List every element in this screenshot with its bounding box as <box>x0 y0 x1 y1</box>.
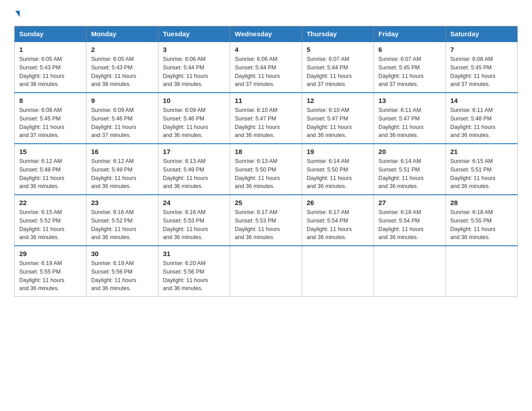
col-header-sunday: Sunday <box>15 26 86 42</box>
day-cell <box>302 246 373 297</box>
day-info: Sunrise: 6:10 AMSunset: 5:47 PMDaylight:… <box>307 106 369 140</box>
day-cell: 29Sunrise: 6:19 AMSunset: 5:55 PMDayligh… <box>15 246 86 297</box>
col-header-tuesday: Tuesday <box>158 26 230 42</box>
calendar-table: SundayMondayTuesdayWednesdayThursdayFrid… <box>14 26 518 297</box>
col-header-wednesday: Wednesday <box>230 26 302 42</box>
day-info: Sunrise: 6:06 AMSunset: 5:44 PMDaylight:… <box>163 55 225 89</box>
day-cell: 1Sunrise: 6:05 AMSunset: 5:43 PMDaylight… <box>15 42 86 93</box>
day-info: Sunrise: 6:11 AMSunset: 5:47 PMDaylight:… <box>378 106 441 140</box>
day-cell: 30Sunrise: 6:19 AMSunset: 5:56 PMDayligh… <box>86 246 158 297</box>
day-number: 14 <box>450 97 513 104</box>
day-cell: 31Sunrise: 6:20 AMSunset: 5:56 PMDayligh… <box>158 246 230 297</box>
day-info: Sunrise: 6:16 AMSunset: 5:52 PMDaylight:… <box>91 208 153 242</box>
day-info: Sunrise: 6:16 AMSunset: 5:53 PMDaylight:… <box>163 208 225 242</box>
day-info: Sunrise: 6:13 AMSunset: 5:49 PMDaylight:… <box>163 157 225 191</box>
col-header-friday: Friday <box>374 26 446 42</box>
day-cell: 19Sunrise: 6:14 AMSunset: 5:50 PMDayligh… <box>302 144 373 195</box>
day-cell: 4Sunrise: 6:06 AMSunset: 5:44 PMDaylight… <box>230 42 302 93</box>
day-cell <box>230 246 302 297</box>
day-number: 2 <box>91 46 153 53</box>
col-header-saturday: Saturday <box>446 26 517 42</box>
day-info: Sunrise: 6:05 AMSunset: 5:43 PMDaylight:… <box>19 55 82 89</box>
day-number: 1 <box>19 46 82 53</box>
day-cell: 28Sunrise: 6:18 AMSunset: 5:55 PMDayligh… <box>446 195 517 246</box>
day-cell: 18Sunrise: 6:13 AMSunset: 5:50 PMDayligh… <box>230 144 302 195</box>
day-info: Sunrise: 6:18 AMSunset: 5:55 PMDaylight:… <box>450 208 513 242</box>
day-cell: 23Sunrise: 6:16 AMSunset: 5:52 PMDayligh… <box>86 195 158 246</box>
logo <box>14 11 20 18</box>
day-cell: 27Sunrise: 6:18 AMSunset: 5:54 PMDayligh… <box>374 195 446 246</box>
day-number: 12 <box>307 97 369 104</box>
day-info: Sunrise: 6:15 AMSunset: 5:51 PMDaylight:… <box>450 157 513 191</box>
day-number: 23 <box>91 199 153 206</box>
day-cell: 7Sunrise: 6:08 AMSunset: 5:45 PMDaylight… <box>446 42 517 93</box>
day-number: 21 <box>450 148 513 155</box>
day-number: 16 <box>91 148 153 155</box>
day-number: 27 <box>378 199 441 206</box>
day-cell: 2Sunrise: 6:05 AMSunset: 5:43 PMDaylight… <box>86 42 158 93</box>
day-number: 5 <box>307 46 369 53</box>
day-info: Sunrise: 6:18 AMSunset: 5:54 PMDaylight:… <box>378 208 441 242</box>
day-info: Sunrise: 6:07 AMSunset: 5:44 PMDaylight:… <box>307 55 369 89</box>
day-info: Sunrise: 6:19 AMSunset: 5:56 PMDaylight:… <box>91 259 153 293</box>
week-row-4: 22Sunrise: 6:15 AMSunset: 5:52 PMDayligh… <box>15 195 518 246</box>
day-info: Sunrise: 6:08 AMSunset: 5:45 PMDaylight:… <box>19 106 82 140</box>
day-cell: 12Sunrise: 6:10 AMSunset: 5:47 PMDayligh… <box>302 93 373 144</box>
day-number: 29 <box>19 250 82 257</box>
week-row-3: 15Sunrise: 6:12 AMSunset: 5:48 PMDayligh… <box>15 144 518 195</box>
day-number: 10 <box>163 97 225 104</box>
week-row-5: 29Sunrise: 6:19 AMSunset: 5:55 PMDayligh… <box>15 246 518 297</box>
day-cell: 17Sunrise: 6:13 AMSunset: 5:49 PMDayligh… <box>158 144 230 195</box>
day-info: Sunrise: 6:17 AMSunset: 5:54 PMDaylight:… <box>307 208 369 242</box>
day-info: Sunrise: 6:14 AMSunset: 5:50 PMDaylight:… <box>307 157 369 191</box>
day-cell: 21Sunrise: 6:15 AMSunset: 5:51 PMDayligh… <box>446 144 517 195</box>
day-number: 17 <box>163 148 225 155</box>
day-info: Sunrise: 6:17 AMSunset: 5:53 PMDaylight:… <box>235 208 297 242</box>
day-cell: 15Sunrise: 6:12 AMSunset: 5:48 PMDayligh… <box>15 144 86 195</box>
day-info: Sunrise: 6:11 AMSunset: 5:48 PMDaylight:… <box>450 106 513 140</box>
day-number: 7 <box>450 46 513 53</box>
day-cell: 22Sunrise: 6:15 AMSunset: 5:52 PMDayligh… <box>15 195 86 246</box>
day-info: Sunrise: 6:12 AMSunset: 5:49 PMDaylight:… <box>91 157 153 191</box>
day-number: 3 <box>163 46 225 53</box>
day-number: 6 <box>378 46 441 53</box>
day-cell: 11Sunrise: 6:10 AMSunset: 5:47 PMDayligh… <box>230 93 302 144</box>
day-number: 20 <box>378 148 441 155</box>
day-info: Sunrise: 6:12 AMSunset: 5:48 PMDaylight:… <box>19 157 82 191</box>
day-number: 31 <box>163 250 225 257</box>
page-header <box>14 11 518 18</box>
day-number: 26 <box>307 199 369 206</box>
day-info: Sunrise: 6:09 AMSunset: 5:46 PMDaylight:… <box>91 106 153 140</box>
week-row-1: 1Sunrise: 6:05 AMSunset: 5:43 PMDaylight… <box>15 42 518 93</box>
day-info: Sunrise: 6:09 AMSunset: 5:46 PMDaylight:… <box>163 106 225 140</box>
day-number: 9 <box>91 97 153 104</box>
col-header-monday: Monday <box>86 26 158 42</box>
day-cell <box>446 246 517 297</box>
day-cell <box>374 246 446 297</box>
day-number: 28 <box>450 199 513 206</box>
day-number: 18 <box>235 148 297 155</box>
day-info: Sunrise: 6:06 AMSunset: 5:44 PMDaylight:… <box>235 55 297 89</box>
day-cell: 3Sunrise: 6:06 AMSunset: 5:44 PMDaylight… <box>158 42 230 93</box>
logo-arrow-icon <box>15 11 20 17</box>
col-header-thursday: Thursday <box>302 26 373 42</box>
day-number: 13 <box>378 97 441 104</box>
day-info: Sunrise: 6:15 AMSunset: 5:52 PMDaylight:… <box>19 208 82 242</box>
day-number: 30 <box>91 250 153 257</box>
day-cell: 25Sunrise: 6:17 AMSunset: 5:53 PMDayligh… <box>230 195 302 246</box>
day-info: Sunrise: 6:05 AMSunset: 5:43 PMDaylight:… <box>91 55 153 89</box>
day-cell: 20Sunrise: 6:14 AMSunset: 5:51 PMDayligh… <box>374 144 446 195</box>
day-cell: 13Sunrise: 6:11 AMSunset: 5:47 PMDayligh… <box>374 93 446 144</box>
day-info: Sunrise: 6:07 AMSunset: 5:45 PMDaylight:… <box>378 55 441 89</box>
day-cell: 16Sunrise: 6:12 AMSunset: 5:49 PMDayligh… <box>86 144 158 195</box>
day-cell: 14Sunrise: 6:11 AMSunset: 5:48 PMDayligh… <box>446 93 517 144</box>
day-number: 15 <box>19 148 82 155</box>
header-row: SundayMondayTuesdayWednesdayThursdayFrid… <box>15 26 518 42</box>
day-cell: 8Sunrise: 6:08 AMSunset: 5:45 PMDaylight… <box>15 93 86 144</box>
day-info: Sunrise: 6:10 AMSunset: 5:47 PMDaylight:… <box>235 106 297 140</box>
day-cell: 5Sunrise: 6:07 AMSunset: 5:44 PMDaylight… <box>302 42 373 93</box>
day-cell: 24Sunrise: 6:16 AMSunset: 5:53 PMDayligh… <box>158 195 230 246</box>
day-number: 8 <box>19 97 82 104</box>
day-info: Sunrise: 6:14 AMSunset: 5:51 PMDaylight:… <box>378 157 441 191</box>
day-cell: 9Sunrise: 6:09 AMSunset: 5:46 PMDaylight… <box>86 93 158 144</box>
